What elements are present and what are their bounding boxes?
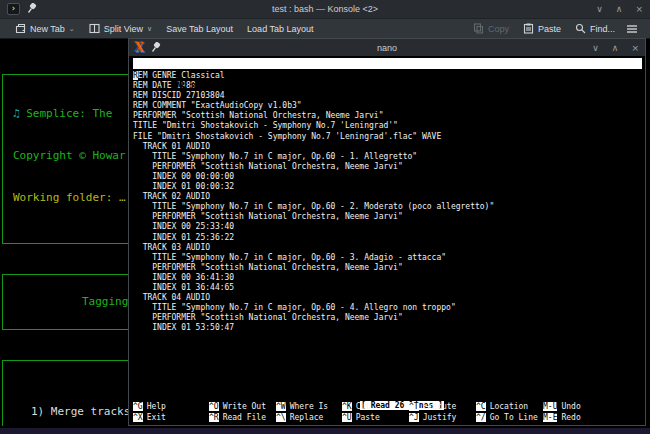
close-icon[interactable]: × <box>631 39 639 57</box>
nano-line: PERFORMER "Scottish National Orchestra, … <box>133 111 642 121</box>
nano-version: GNU nano 7.2 <box>172 81 230 90</box>
split-view-label: Split View <box>104 24 143 34</box>
close-icon[interactable]: × <box>635 0 643 18</box>
nano-status-line: [ Read 26 lines ] <box>133 391 642 402</box>
pin-icon[interactable] <box>27 0 37 18</box>
find-label: Find... <box>590 24 615 34</box>
konsole-app-icon[interactable]: › <box>7 3 20 15</box>
load-tab-layout-label: Load Tab Layout <box>247 24 313 34</box>
nano-line: PERFORMER "Scottish National Orchestra, … <box>133 212 642 222</box>
menu-item-tagging[interactable]: Tagging <box>82 295 128 308</box>
nano-shortcut: ^KCut <box>342 402 409 413</box>
window-title: test : bash — Konsole <2> <box>0 4 650 14</box>
nano-shortcut: M-ERedo <box>543 413 642 424</box>
nano-line: TITLE "Symphony No.7 in C major, Op.60 -… <box>133 202 642 212</box>
nano-shortcut: ^XExit <box>133 413 209 424</box>
nano-window-controls: ∨ ∧ × <box>592 39 639 57</box>
hamburger-menu-button[interactable] <box>622 19 642 38</box>
new-tab-icon <box>15 23 26 34</box>
nano-shortcut: ^RRead File <box>209 413 276 424</box>
save-tab-layout-button[interactable]: Save Tab Layout <box>159 19 240 38</box>
nano-shortcut: ^UPaste <box>342 413 409 424</box>
maximize-icon[interactable]: ∧ <box>612 39 619 57</box>
nano-line: TITLE "Symphony No.7 in C major, Op.60 -… <box>133 253 642 263</box>
search-icon <box>575 23 586 34</box>
nano-window-title: nano <box>129 43 645 53</box>
chevron-down-icon: ∨ <box>147 25 152 33</box>
minimize-icon[interactable]: ∨ <box>592 39 599 57</box>
nano-window: X nano ∨ ∧ × /home/hjr/.local/share/semp… <box>128 38 646 426</box>
nano-line: INDEX 01 00:00:32 <box>133 182 642 192</box>
nano-line: PERFORMER "Scottish National Orchestra, … <box>133 263 642 273</box>
nano-line: TRACK 02 AUDIO <box>133 192 642 202</box>
konsole-titlebar[interactable]: › test : bash — Konsole <2> ∨ ∧ × <box>0 0 650 18</box>
nano-shortcut: ^GHelp <box>133 402 209 413</box>
nano-shortcut: ^WWhere Is <box>276 402 342 413</box>
nano-shortcut: ^/Go To Line <box>476 413 543 424</box>
nano-line: REM COMMENT "ExactAudioCopy v1.0b3" <box>133 101 642 111</box>
nano-line: TRACK 01 AUDIO <box>133 142 642 152</box>
chevron-down-icon: ⌄ <box>69 25 75 33</box>
nano-file-path: /home/hjr/.local/share/semplice2/tmp/tmp… <box>133 69 642 80</box>
nano-shortcut: M-UUndo <box>543 402 642 413</box>
nano-line: PERFORMER "Scottish National Orchestra, … <box>133 162 642 172</box>
split-view-icon <box>89 23 100 34</box>
nano-editor[interactable]: REM GENRE ClassicalREM DATE 1988REM DISC… <box>133 71 642 391</box>
nano-line: INDEX 01 53:50:47 <box>133 323 642 333</box>
pin-icon[interactable] <box>151 39 161 57</box>
nano-shortcut: ^TExecute <box>409 402 476 413</box>
desktop: { "icons": { "minimize": "∨", "maximize"… <box>0 0 650 434</box>
nano-line: INDEX 01 25:36:22 <box>133 233 642 243</box>
nano-line: INDEX 00 25:33:40 <box>133 222 642 232</box>
new-tab-label: New Tab <box>30 24 65 34</box>
new-tab-button[interactable]: New Tab ⌄ <box>8 19 82 38</box>
nano-shortcut: ^\Replace <box>276 413 342 424</box>
nano-line: INDEX 00 36:41:30 <box>133 273 642 283</box>
nano-titlebar[interactable]: X nano ∨ ∧ × <box>129 39 645 56</box>
konsole-toolbar: New Tab ⌄ Split View ∨ Save Tab Layout L… <box>0 18 650 39</box>
nano-line: INDEX 00 00:00:00 <box>133 172 642 182</box>
paste-button[interactable]: Paste <box>516 19 568 38</box>
nano-header-bar: /home/hjr/.local/share/semplice2/tmp/tmp… <box>133 58 642 69</box>
maximize-icon[interactable]: ∧ <box>616 0 623 18</box>
load-tab-layout-button[interactable]: Load Tab Layout <box>240 19 320 38</box>
music-notes-icon: ♫ <box>13 107 20 120</box>
nano-shortcuts: ^GHelp^OWrite Out^WWhere Is^KCut^TExecut… <box>133 402 642 423</box>
copy-icon <box>473 23 484 34</box>
paste-icon <box>523 23 534 34</box>
hamburger-icon <box>626 24 638 34</box>
nano-shortcut: ^JJustify <box>409 413 476 424</box>
nano-line: INDEX 01 36:44:65 <box>133 283 642 293</box>
nano-line: TITLE "Symphony No.7 in C major, Op.60 -… <box>133 152 642 162</box>
nano-line: FILE "Dmitri Shostakovich - Symphony No.… <box>133 132 642 142</box>
save-tab-layout-label: Save Tab Layout <box>166 24 233 34</box>
window-controls: ∨ ∧ × <box>596 0 643 18</box>
paste-label: Paste <box>538 24 561 34</box>
nano-screen[interactable]: /home/hjr/.local/share/semplice2/tmp/tmp… <box>129 56 645 425</box>
copy-button[interactable]: Copy <box>466 19 516 38</box>
split-view-button[interactable]: Split View ∨ <box>82 19 159 38</box>
nano-line: TRACK 03 AUDIO <box>133 243 642 253</box>
nano-line: REM DISCID 27103804 <box>133 91 642 101</box>
minimize-icon[interactable]: ∨ <box>596 0 603 18</box>
xorg-icon: X <box>135 42 144 54</box>
nano-line: PERFORMER "Scottish National Orchestra, … <box>133 313 642 323</box>
nano-line: TITLE "Dmitri Shostakovich - Symphony No… <box>133 121 642 131</box>
nano-shortcut: ^CLocation <box>476 402 543 413</box>
nano-line: TITLE "Symphony No.7 in C major, Op.60 -… <box>133 303 642 313</box>
copy-label: Copy <box>488 24 509 34</box>
nano-line: TRACK 04 AUDIO <box>133 293 642 303</box>
find-button[interactable]: Find... <box>568 19 622 38</box>
nano-shortcut: ^OWrite Out <box>209 402 276 413</box>
